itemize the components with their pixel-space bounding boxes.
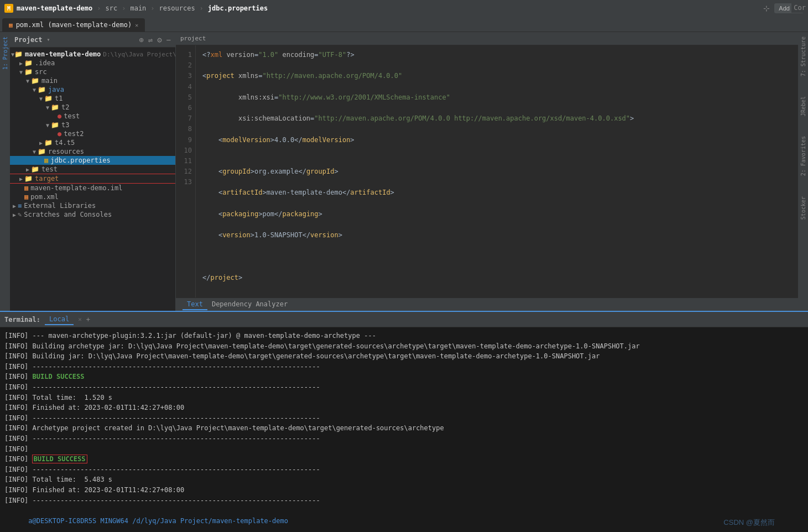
tab-dependency[interactable]: Dependency Analyzer	[207, 299, 292, 310]
scratches-arrow: ▶	[11, 212, 18, 218]
app-icon: M	[4, 4, 13, 13]
settings2-icon[interactable]: ⇌	[148, 35, 153, 44]
side-tab-project[interactable]: 1: Project	[2, 34, 8, 72]
tab-close-icon[interactable]: ✕	[135, 22, 138, 28]
tab-bar: ▦ pom.xml (maven-template-demo) ✕	[0, 17, 808, 32]
tab-pom-xml[interactable]: ▦ pom.xml (maven-template-demo) ✕	[2, 18, 145, 32]
tree-pom-xml[interactable]: ▦ pom.xml	[10, 192, 175, 201]
editor-status-bar: Text Dependency Analyzer	[176, 298, 798, 311]
terminal-header: Terminal: Local ✕ +	[0, 312, 808, 327]
test-folder-label: test	[41, 165, 58, 173]
t3-folder-icon: 📁	[51, 121, 59, 129]
t2-label: t2	[61, 103, 69, 111]
root-path: D:\lyq\Java Project\maven-template-de...	[103, 51, 175, 58]
t1-arrow: ▼	[38, 96, 44, 102]
tree-t4t5[interactable]: ▶ 📁 t4.t5	[10, 138, 175, 147]
tree-target[interactable]: ▶ 📁 target	[10, 174, 175, 183]
pom-icon: ▦	[9, 22, 13, 29]
pom-xml-icon: ▦	[24, 193, 28, 201]
favorites-label[interactable]: 2: Favorites	[800, 132, 806, 180]
tree-main[interactable]: ▼ 📁 main	[10, 76, 175, 85]
minimize-icon[interactable]: −	[166, 35, 171, 44]
pom-label: pom.xml	[30, 193, 59, 201]
tree-iml[interactable]: ▦ maven-template-demo.iml	[10, 184, 175, 192]
terminal-line-5: [INFO] BUILD SUCCESS	[4, 372, 804, 382]
terminal-tab-local[interactable]: Local	[45, 314, 74, 325]
resources-folder-icon: 📁	[38, 148, 46, 155]
main-label: main	[41, 77, 58, 85]
tree-scratches[interactable]: ▶ ✎ Scratches and Consoles	[10, 210, 175, 219]
breadcrumb-project[interactable]: project	[180, 35, 206, 42]
ext-libs-icon: ≡	[18, 202, 22, 210]
terminal-line-14: [INFO] ---------------------------------…	[4, 465, 804, 475]
project-dropdown-icon[interactable]: ▾	[47, 36, 50, 43]
main-folder-icon: 📁	[31, 77, 39, 85]
ext-libs-arrow: ▶	[11, 203, 18, 209]
terminal-content[interactable]: [INFO] --- maven-archetype-plugin:3.2.1:…	[0, 327, 808, 532]
tree-ext-libs[interactable]: ▶ ≡ External Libraries	[10, 201, 175, 210]
terminal-line-16: [INFO] Finished at: 2023-02-01T11:42:27+…	[4, 485, 804, 496]
title-bar: M maven-template-demo › src › main › res…	[0, 0, 808, 17]
test2-label: test2	[64, 130, 84, 138]
root-folder-icon: 📁	[14, 50, 23, 58]
terminal-line-9: [INFO] ---------------------------------…	[4, 413, 804, 424]
breadcrumb-main: main	[130, 4, 146, 12]
t2-arrow: ▼	[44, 105, 51, 111]
target-arrow: ▶	[18, 176, 24, 182]
tree-root[interactable]: ▼ 📁 maven-template-demo D:\lyq\Java Proj…	[10, 50, 175, 59]
cursor-icon[interactable]: ⊹	[763, 4, 770, 13]
root-label: maven-template-demo	[25, 50, 101, 58]
code-editor[interactable]: <?xml version="1.0" encoding="UTF-8"?> <…	[196, 45, 798, 298]
editor-area: project 1 2 3 4 5 6 7 8 9 10 11 12 13 <?…	[176, 32, 798, 311]
editor-breadcrumb: project	[176, 32, 798, 45]
target-label: target	[35, 175, 59, 182]
tab-text[interactable]: Text	[183, 299, 207, 310]
project-name: maven-template-demo	[17, 4, 92, 12]
tree-java[interactable]: ▼ 📁 java	[10, 85, 175, 94]
test-folder-icon: 📁	[31, 165, 39, 173]
main-arrow: ▼	[24, 78, 31, 84]
terminal-line-6: [INFO] ---------------------------------…	[4, 382, 804, 393]
structure-label[interactable]: 7: Structure	[800, 32, 806, 81]
sync-icon[interactable]: ⊕	[139, 35, 143, 44]
jdbc-label: jdbc.properties	[50, 157, 110, 164]
watermark: CSDN @夏然而	[723, 518, 775, 528]
breadcrumb-resources: resources	[159, 4, 195, 12]
tree-test-folder[interactable]: ▶ 📁 test	[10, 165, 175, 174]
t3-arrow: ▼	[44, 122, 51, 128]
stocker-label[interactable]: Stocker	[800, 192, 806, 224]
project-panel: Project ▾ ⊕ ⇌ ⚙ − ▼ 📁 maven-template-dem…	[10, 32, 176, 311]
tree-jdbc-properties[interactable]: ▦ jdbc.properties	[10, 156, 175, 165]
line-numbers: 1 2 3 4 5 6 7 8 9 10 11 12 13	[176, 45, 196, 298]
tree-resources[interactable]: ▼ 📁 resources	[10, 147, 175, 156]
tree-idea[interactable]: ▶ 📁 .idea	[10, 59, 175, 67]
t3-label: t3	[61, 121, 69, 129]
breadcrumb-src: src	[106, 4, 118, 12]
java-folder-icon: 📁	[38, 86, 46, 93]
tree-test[interactable]: ● test	[10, 112, 175, 121]
java-arrow: ▼	[31, 87, 38, 93]
tree-src[interactable]: ▼ 📁 src	[10, 67, 175, 76]
terminal-prompt-line: a@DESKTOP-IC8DR5S MINGW64 /d/lyq/Java Pr…	[4, 505, 804, 532]
terminal-section: Terminal: Local ✕ + [INFO] --- maven-arc…	[0, 311, 808, 532]
iml-label: maven-template-demo.iml	[30, 184, 122, 192]
breadcrumb-file: jdbc.properties	[208, 4, 268, 12]
terminal-add-button[interactable]: +	[86, 316, 90, 324]
terminal-line-3: [INFO] Building jar: D:\lyq\Java Project…	[4, 351, 804, 362]
src-arrow: ▼	[18, 69, 24, 75]
terminal-tab-close[interactable]: ✕	[78, 316, 82, 323]
tree-t3[interactable]: ▼ 📁 t3	[10, 121, 175, 129]
test2-java-icon: ●	[58, 130, 61, 138]
src-label: src	[35, 68, 47, 76]
tree-t1[interactable]: ▼ 📁 t1	[10, 94, 175, 103]
tree-t2[interactable]: ▼ 📁 t2	[10, 103, 175, 112]
project-tree: ▼ 📁 maven-template-demo D:\lyq\Java Proj…	[10, 48, 175, 311]
terminal-prompt: a@DESKTOP-IC8DR5S MINGW64 /d/lyq/Java Pr…	[28, 517, 288, 525]
terminal-line-13: [INFO] BUILD SUCCESS	[4, 454, 804, 465]
t4t5-arrow: ▶	[38, 140, 44, 146]
t4t5-label: t4.t5	[55, 139, 75, 147]
gear-icon[interactable]: ⚙	[157, 35, 161, 44]
jrebel-label[interactable]: JRebel	[800, 92, 806, 121]
tree-test2[interactable]: ● test2	[10, 129, 175, 138]
terminal-line-11: [INFO] ---------------------------------…	[4, 434, 804, 444]
